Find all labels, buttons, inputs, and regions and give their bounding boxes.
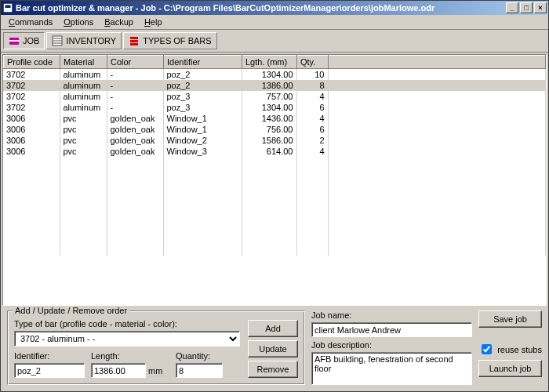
table-row xyxy=(3,190,546,201)
table-row[interactable]: 3006pvcgolden_oakWindow_1756.006 xyxy=(3,124,546,135)
column-header[interactable]: Profile code xyxy=(4,56,60,69)
tab-job-label: JOB xyxy=(23,36,39,45)
table-row xyxy=(3,157,546,168)
menu-commands[interactable]: Commands xyxy=(4,16,57,28)
table-row[interactable]: 3006pvcgolden_oakWindow_3614.004 xyxy=(3,146,546,157)
tab-types-label: TYPES OF BARS xyxy=(143,36,211,45)
type-of-bar-select[interactable]: 3702 - aluminum - - xyxy=(14,331,240,347)
table-row xyxy=(3,212,546,223)
svg-rect-8 xyxy=(130,37,138,39)
table-row xyxy=(3,245,546,256)
titlebar: Bar cut optimizer & manager - Job - C:\P… xyxy=(1,1,548,15)
svg-rect-3 xyxy=(9,40,19,42)
tab-types[interactable]: TYPES OF BARS xyxy=(123,32,216,49)
remove-button[interactable]: Remove xyxy=(248,361,298,378)
menu-help[interactable]: Help xyxy=(140,16,167,28)
length-unit: mm xyxy=(148,366,162,376)
app-window: Bar cut optimizer & manager - Job - C:\P… xyxy=(0,0,549,392)
column-header[interactable]: Material xyxy=(60,56,107,69)
job-desc-textarea[interactable] xyxy=(311,352,472,385)
types-icon xyxy=(129,35,140,46)
job-icon xyxy=(9,35,20,46)
length-input[interactable] xyxy=(91,363,146,378)
reuse-stubs-checkbox[interactable]: reuse stubs xyxy=(478,342,542,357)
update-button[interactable]: Update xyxy=(248,340,298,358)
type-label: Type of bar (profile code - material - c… xyxy=(14,319,240,328)
quantity-label: Quantity: xyxy=(176,351,223,361)
column-header[interactable]: Color xyxy=(107,56,164,69)
job-desc-label: Job description: xyxy=(311,340,472,350)
svg-rect-9 xyxy=(130,40,138,42)
column-header[interactable]: Qty. xyxy=(297,56,329,69)
tab-inventory-label: INVENTORY xyxy=(66,36,116,45)
menubar: CommandsOptionsBackupHelp xyxy=(1,15,548,30)
launch-job-button[interactable]: Launch job xyxy=(478,360,542,377)
quantity-input[interactable] xyxy=(176,363,223,378)
menu-options[interactable]: Options xyxy=(59,16,98,28)
reuse-stubs-label: reuse stubs xyxy=(497,345,542,354)
save-job-button[interactable]: Save job xyxy=(478,310,542,328)
table-row[interactable]: 3006pvcgolden_oakWindow_21586.002 xyxy=(3,135,546,146)
tab-job[interactable]: JOB xyxy=(3,32,45,49)
table-row[interactable]: 3702aluminum-poz_3757.004 xyxy=(3,91,546,102)
column-header[interactable]: Lgth. (mm) xyxy=(242,56,297,69)
table-row[interactable]: 3702aluminum-poz_21304.0010 xyxy=(3,69,546,80)
job-name-input[interactable] xyxy=(311,322,472,337)
table-row xyxy=(3,223,546,234)
inventory-icon xyxy=(52,35,63,46)
table-row xyxy=(3,234,546,245)
minimize-button[interactable]: _ xyxy=(506,2,518,13)
app-icon xyxy=(2,2,13,13)
bottom-panel: Add / Update / Remove order Type of bar … xyxy=(1,307,548,391)
table-row[interactable]: 3702aluminum-poz_21386.008 xyxy=(3,80,546,91)
identifier-input[interactable] xyxy=(14,363,85,378)
window-title: Bar cut optimizer & manager - Job - C:\P… xyxy=(16,3,504,13)
svg-rect-1 xyxy=(5,5,11,9)
tab-inventory[interactable]: INVENTORY xyxy=(46,32,122,49)
add-button[interactable]: Add xyxy=(248,320,298,337)
table-row xyxy=(3,201,546,212)
table-row[interactable]: 3702aluminum-poz_31304.006 xyxy=(3,102,546,113)
job-name-label: Job name: xyxy=(311,310,472,320)
order-form-group: Add / Update / Remove order Type of bar … xyxy=(7,310,305,385)
svg-rect-10 xyxy=(130,43,138,45)
orders-grid[interactable]: Profile codeMaterialColorIdentifierLgth.… xyxy=(2,54,547,306)
toolbar: JOB INVENTORY TYPES OF BARS xyxy=(1,30,548,53)
maximize-button[interactable]: □ xyxy=(520,2,533,13)
table-row[interactable]: 3006pvcgolden_oakWindow_11436.004 xyxy=(3,113,546,124)
column-header[interactable]: Identifier xyxy=(164,56,242,69)
table-row xyxy=(3,179,546,190)
menu-backup[interactable]: Backup xyxy=(100,16,138,28)
group-legend: Add / Update / Remove order xyxy=(13,306,129,315)
close-button[interactable]: × xyxy=(534,2,547,13)
length-label: Length: xyxy=(91,351,169,361)
identifier-label: Identifier: xyxy=(14,351,85,361)
table-row xyxy=(3,168,546,179)
reuse-stubs-input[interactable] xyxy=(482,344,492,354)
job-panel: Job name: Job description: Save job reus… xyxy=(311,310,542,385)
